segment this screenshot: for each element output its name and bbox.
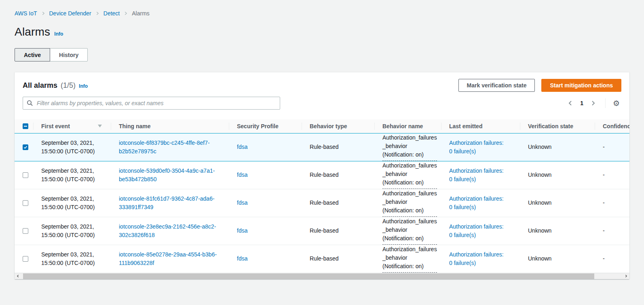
behavior-name-cell: Authorization_failures _behavior(Notific… — [374, 245, 441, 273]
behavior-type-cell: Rule-based — [302, 133, 374, 161]
confidence-cell: - — [595, 189, 629, 217]
first-event-cell: September 03, 2021, 15:50:00 (UTC-0700) — [33, 161, 111, 189]
column-header-confidence: Confidence — [595, 119, 629, 133]
scrollbar-thumb[interactable] — [23, 273, 594, 279]
current-page-number[interactable]: 1 — [578, 100, 586, 106]
scrollbar-right-arrow[interactable] — [623, 273, 629, 279]
row-checkbox[interactable] — [23, 200, 28, 206]
last-emitted-link[interactable]: Authorization failures: 0 failure(s) — [449, 251, 504, 266]
mark-verification-state-button[interactable]: Mark verification state — [458, 79, 535, 92]
thing-name-link[interactable]: iotconsole-81fc61d7-9362-4c87-ada6-33389… — [119, 195, 215, 210]
behavior-name-tooltip-text[interactable]: Authorization_failures _behavior(Notific… — [382, 189, 437, 217]
scrollbar-left-arrow[interactable] — [15, 273, 21, 279]
start-mitigation-actions-button[interactable]: Start mitigation actions — [541, 79, 621, 92]
sort-descending-icon — [98, 125, 102, 127]
table-row[interactable]: September 03, 2021, 15:50:00 (UTC-0700) … — [15, 133, 629, 161]
breadcrumb-device-defender[interactable]: Device Defender — [49, 10, 91, 17]
breadcrumb: AWS IoT Device Defender Detect Alarms — [15, 10, 629, 17]
security-profile-link[interactable]: fdsa — [237, 144, 247, 150]
row-checkbox[interactable] — [23, 144, 28, 150]
column-header-thing-name: Thing name — [111, 119, 229, 133]
row-checkbox[interactable] — [23, 228, 28, 234]
tab-history[interactable]: History — [50, 48, 88, 61]
scrollbar-track[interactable] — [21, 273, 623, 279]
security-profile-link[interactable]: fdsa — [237, 199, 247, 206]
verification-state-cell: Unknown — [520, 189, 595, 217]
security-profile-cell: fdsa — [229, 189, 302, 217]
security-profile-cell: fdsa — [229, 245, 302, 273]
table-scroll-area: First eventThing nameSecurity ProfileBeh… — [15, 119, 629, 273]
column-header-security-profile: Security Profile — [229, 119, 302, 133]
behavior-type-cell: Rule-based — [302, 217, 374, 245]
filter-alarms-input[interactable] — [23, 97, 280, 110]
table-header-row: First eventThing nameSecurity ProfileBeh… — [15, 119, 629, 133]
behavior-name-tooltip-text[interactable]: Authorization_failures _behavior(Notific… — [382, 161, 437, 189]
search-icon — [27, 100, 33, 108]
thing-name-link[interactable]: iotconsole-85e0278e-29aa-4554-b3b6-111b9… — [119, 251, 217, 266]
last-emitted-link[interactable]: Authorization failures: 0 failure(s) — [449, 195, 504, 210]
row-select-cell — [15, 161, 33, 189]
last-emitted-link[interactable]: Authorization failures: 0 failure(s) — [449, 223, 504, 238]
last-emitted-cell: Authorization failures: 0 failure(s) — [441, 161, 520, 189]
behavior-name-tooltip-text[interactable]: Authorization_failures _behavior(Notific… — [382, 217, 437, 245]
row-checkbox[interactable] — [23, 172, 28, 178]
panel-info-link[interactable]: Info — [79, 83, 88, 89]
preferences-gear-button[interactable]: ⚙ — [611, 99, 621, 108]
last-emitted-link[interactable]: Authorization failures: 0 failure(s) — [449, 167, 504, 182]
toolbar-divider — [605, 98, 606, 108]
behavior-name-cell: Authorization_failures _behavior(Notific… — [374, 189, 441, 217]
page-info-link[interactable]: Info — [54, 31, 63, 37]
thing-name-link[interactable]: iotconsole-539d0ef0-3504-4a9c-a7a1-be53b… — [119, 167, 215, 182]
tab-active[interactable]: Active — [15, 48, 50, 61]
breadcrumb-current-alarms: Alarms — [132, 10, 150, 17]
alarms-table: First eventThing nameSecurity ProfileBeh… — [15, 119, 629, 273]
verification-state-cell: Unknown — [520, 245, 595, 273]
breadcrumb-aws-iot[interactable]: AWS IoT — [15, 10, 37, 17]
confidence-cell: - — [595, 133, 629, 161]
row-select-cell — [15, 133, 33, 161]
first-event-cell: September 03, 2021, 15:50:00 (UTC-0700) — [33, 133, 111, 161]
chevron-right-icon — [123, 11, 128, 16]
behavior-type-cell: Rule-based — [302, 161, 374, 189]
confidence-cell: - — [595, 217, 629, 245]
confidence-cell: - — [595, 161, 629, 189]
thing-name-link[interactable]: iotconsole-6f8379bc-c245-4ffe-8ef7-b2b52… — [119, 140, 210, 155]
thing-name-cell: iotconsole-81fc61d7-9362-4c87-ada6-33389… — [111, 189, 229, 217]
behavior-name-cell: Authorization_failures _behavior(Notific… — [374, 217, 441, 245]
table-row[interactable]: September 03, 2021, 15:50:00 (UTC-0700) … — [15, 217, 629, 245]
select-all-checkbox[interactable] — [23, 123, 28, 129]
last-emitted-cell: Authorization failures: 0 failure(s) — [441, 245, 520, 273]
behavior-name-tooltip-text[interactable]: Authorization_failures _behavior(Notific… — [382, 245, 437, 273]
breadcrumb-detect[interactable]: Detect — [103, 10, 120, 17]
first-event-cell: September 03, 2021, 15:50:00 (UTC-0700) — [33, 245, 111, 273]
panel-count: (1/5) — [61, 81, 76, 90]
behavior-type-cell: Rule-based — [302, 189, 374, 217]
table-row[interactable]: September 03, 2021, 15:50:00 (UTC-0700) … — [15, 245, 629, 273]
last-emitted-cell: Authorization failures: 0 failure(s) — [441, 217, 520, 245]
security-profile-link[interactable]: fdsa — [237, 172, 247, 178]
previous-page-button[interactable] — [565, 98, 576, 108]
column-header-behavior-name: Behavior name — [374, 119, 441, 133]
panel-title: All alarms — [23, 81, 57, 90]
security-profile-cell: fdsa — [229, 133, 302, 161]
behavior-type-cell: Rule-based — [302, 245, 374, 273]
row-checkbox[interactable] — [23, 256, 28, 262]
column-header-last-emitted: Last emitted — [441, 119, 520, 133]
first-event-cell: September 03, 2021, 15:50:00 (UTC-0700) — [33, 189, 111, 217]
last-emitted-link[interactable]: Authorization failures: 0 failure(s) — [449, 140, 504, 155]
next-page-button[interactable] — [587, 98, 599, 108]
page-title: Alarms — [15, 25, 50, 38]
security-profile-link[interactable]: fdsa — [237, 227, 247, 234]
thing-name-cell: iotconsole-23e8ec9a-2162-456e-a8c2-302c3… — [111, 217, 229, 245]
verification-state-cell: Unknown — [520, 161, 595, 189]
security-profile-link[interactable]: fdsa — [237, 255, 247, 262]
table-row[interactable]: September 03, 2021, 15:50:00 (UTC-0700) … — [15, 189, 629, 217]
all-alarms-panel: All alarms (1/5) Info Mark verification … — [15, 72, 629, 279]
thing-name-link[interactable]: iotconsole-23e8ec9a-2162-456e-a8c2-302c3… — [119, 223, 216, 238]
horizontal-scrollbar[interactable] — [15, 273, 629, 279]
behavior-name-tooltip-text[interactable]: Authorization_failures _behavior(Notific… — [382, 133, 437, 161]
behavior-name-cell: Authorization_failures _behavior(Notific… — [374, 161, 441, 189]
column-header-first-event[interactable]: First event — [33, 119, 111, 133]
table-row[interactable]: September 03, 2021, 15:50:00 (UTC-0700) … — [15, 161, 629, 189]
row-select-cell — [15, 189, 33, 217]
